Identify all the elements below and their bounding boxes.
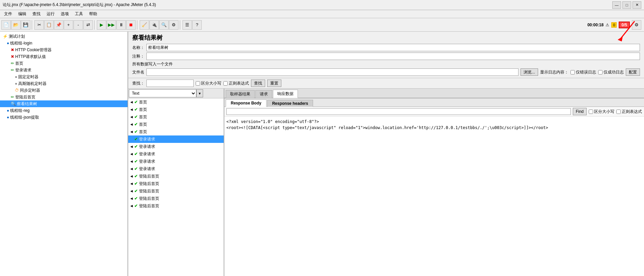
tab-request[interactable]: 请求 <box>255 90 272 98</box>
paste-button[interactable]: 📌 <box>54 20 63 30</box>
tree-item-thread-group-reg[interactable]: ● 线程组-reg <box>0 107 128 114</box>
search-label: 查找： <box>132 81 144 86</box>
tree-item-thread-group-login[interactable]: ● 线程组-login <box>0 40 128 47</box>
find-case-checkbox[interactable] <box>589 110 593 114</box>
case-sensitive-label[interactable]: 区分大小写 <box>196 81 221 86</box>
result-item-12[interactable]: ◄ ✔ 登陆后首页 <box>128 187 224 195</box>
result-item-0[interactable]: ◄ ✔ 首页 <box>128 98 224 106</box>
options-button[interactable]: ⚙ <box>632 20 641 30</box>
copy-button[interactable]: 📋 <box>44 20 54 30</box>
find-input[interactable] <box>226 108 571 115</box>
pause-button[interactable]: ⏸ <box>116 20 126 30</box>
menu-file[interactable]: 文件 <box>1 10 15 18</box>
tab-row: 取样器结果 请求 响应数据 <box>224 89 644 98</box>
status-check-3: ✔ <box>134 122 138 127</box>
tree-item-login-request[interactable]: ✏ 登录请求 <box>0 67 128 73</box>
broom-button[interactable]: 🧹 <box>140 20 149 30</box>
dropdown-arrow-icon[interactable]: ▼ <box>196 89 203 97</box>
case-sensitive-checkbox[interactable] <box>196 81 200 86</box>
title-bar-controls: — □ ✕ <box>612 1 641 9</box>
collapse-button[interactable]: - <box>74 20 83 30</box>
result-item-1[interactable]: ◄ ✔ 首页 <box>128 106 224 113</box>
toggle-button[interactable]: ⇄ <box>83 20 93 30</box>
tree-item-thread-group-json[interactable]: ● 线程组-json提取 <box>0 114 128 121</box>
config-button[interactable]: 配置 <box>626 68 640 76</box>
only-success-checkbox-label[interactable]: 仅成功日志 <box>598 69 624 75</box>
tree-item-gauss-timer[interactable]: ● 高斯随机定时器 <box>0 80 128 87</box>
result-item-8[interactable]: ◄ ✔ 登录请求 <box>128 158 224 165</box>
menu-options[interactable]: 选项 <box>58 10 72 18</box>
tree-item-http-default[interactable]: ✖ HTTP请求默认值 <box>0 53 128 60</box>
file-input[interactable] <box>146 68 519 76</box>
comment-input[interactable] <box>146 53 640 60</box>
tree-item-result-tree[interactable]: 🔍 察看结果树 <box>0 100 128 107</box>
comment-row: 注释： <box>132 53 640 60</box>
log-label: 显示日志内容： <box>540 69 568 75</box>
reset-button[interactable]: 重置 <box>267 80 281 87</box>
result-item-6[interactable]: ◄ ✔ 登录请求 <box>128 143 224 150</box>
menu-help[interactable]: 帮助 <box>86 10 100 18</box>
start-button[interactable]: ▶ <box>97 20 106 30</box>
template-button[interactable]: ⚙ <box>169 20 178 30</box>
name-input[interactable] <box>146 44 640 51</box>
regex-search-label[interactable]: 正则表达式 <box>223 81 249 86</box>
only-error-checkbox-label[interactable]: 仅错误日志 <box>570 69 596 75</box>
cut-button[interactable]: ✂ <box>34 20 44 30</box>
find-regex-label[interactable]: 正则表达式 <box>616 109 642 115</box>
tree-item-home[interactable]: ✏ 首页 <box>0 60 128 67</box>
close-button[interactable]: ✕ <box>633 1 641 9</box>
tree-item-fixed-timer[interactable]: ● 固定定时器 <box>0 73 128 80</box>
result-item-7[interactable]: ◄ ✔ 登录请求 <box>128 150 224 158</box>
search-row: 查找： 区分大小写 正则表达式 查找 重置 <box>128 78 644 89</box>
search2-button[interactable]: 🔍 <box>159 20 169 30</box>
result-item-10[interactable]: ◄ ✔ 登陆后首页 <box>128 173 224 180</box>
menu-tools[interactable]: 工具 <box>72 10 86 18</box>
remote-button[interactable]: 🔌 <box>149 20 159 30</box>
save-button[interactable]: 💾 <box>21 20 30 30</box>
sub-tab-response-body[interactable]: Response Body <box>226 99 267 107</box>
tab-response-data[interactable]: 响应数据 <box>273 90 298 98</box>
result-item-9[interactable]: ◄ ✔ 登录请求 <box>128 165 224 173</box>
find-case-label[interactable]: 区分大小写 <box>589 109 614 115</box>
list-button[interactable]: ☰ <box>183 20 192 30</box>
find-button[interactable]: 查找 <box>251 80 265 87</box>
menu-find[interactable]: 查找 <box>30 10 43 18</box>
result-item-5[interactable]: ✔ 登录请求 <box>128 135 224 143</box>
stop-button[interactable]: ⏹ <box>126 20 136 30</box>
open-button[interactable]: 📂 <box>11 20 21 30</box>
result-item-2[interactable]: ◄ ✔ 首页 <box>128 113 224 121</box>
find-regex-checkbox[interactable] <box>616 110 621 114</box>
browse-button[interactable]: 浏览... <box>521 68 538 76</box>
view-type-select[interactable]: Text RegExp Tester CSS/JQuery JSON Path … <box>129 89 196 97</box>
new-button[interactable]: 📄 <box>1 20 11 30</box>
tab-sampler-result[interactable]: 取样器结果 <box>226 90 255 98</box>
top-right-status: 00:00:18 ⚠ 0 0/5 ⚙ <box>587 20 641 30</box>
result-item-3[interactable]: ◄ ✔ 首页 <box>128 121 224 128</box>
title-bar: 论坛.jmx (F:\apache-jmeter-5.4.3\bin\jmete… <box>0 0 644 10</box>
tree-item-after-login-home[interactable]: ✏ 登陆后首页 <box>0 94 128 100</box>
sub-tab-response-headers[interactable]: Response headers <box>267 100 313 107</box>
search-input[interactable] <box>146 80 194 87</box>
tree-item-sync-timer[interactable]: ⏱ 同步定时器 <box>0 87 128 94</box>
help2-button[interactable]: ? <box>192 20 202 30</box>
minimize-button[interactable]: — <box>612 1 621 9</box>
regex-search-text: 正则表达式 <box>229 81 249 86</box>
maximize-button[interactable]: □ <box>622 1 631 9</box>
status-check-8: ✔ <box>134 159 138 164</box>
menu-edit[interactable]: 编辑 <box>16 10 29 18</box>
menu-run[interactable]: 运行 <box>44 10 57 18</box>
expand-button[interactable]: + <box>64 20 73 30</box>
start-no-pause-button[interactable]: ▶▶ <box>107 20 116 30</box>
only-success-checkbox[interactable] <box>598 70 603 74</box>
result-item-14[interactable]: ◄ ✔ 登陆后首页 <box>128 202 224 210</box>
file-label: 文件名 <box>132 69 144 75</box>
regex-search-checkbox[interactable] <box>223 81 228 86</box>
result-item-13[interactable]: ◄ ✔ 登陆后首页 <box>128 195 224 202</box>
window-title: 论坛.jmx (F:\apache-jmeter-5.4.3\bin\jmete… <box>3 2 156 8</box>
result-item-4[interactable]: ◄ ✔ 首页 <box>128 128 224 135</box>
result-item-11[interactable]: ◄ ✔ 登陆后首页 <box>128 180 224 187</box>
tree-item-test-plan[interactable]: ⚡ 测试计划 <box>0 33 128 40</box>
tree-item-http-cookie[interactable]: ✖ HTTP Cookie管理器 <box>0 47 128 53</box>
find-submit-button[interactable]: Find <box>573 108 587 115</box>
only-error-checkbox[interactable] <box>570 70 575 74</box>
